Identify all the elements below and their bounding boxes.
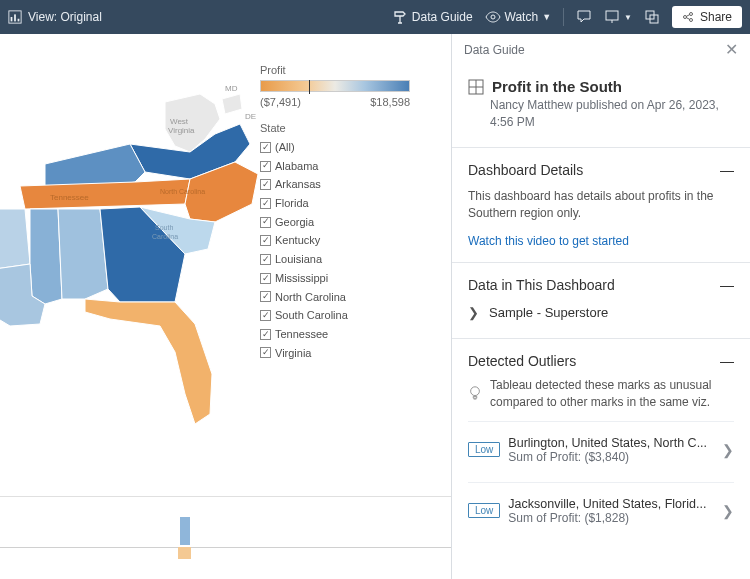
checkbox-icon: ✓ [260, 254, 271, 265]
checkbox-icon: ✓ [260, 347, 271, 358]
checkbox-icon: ✓ [260, 235, 271, 246]
outlier-sub: Sum of Profit: ($1,828) [508, 511, 714, 525]
svg-point-10 [689, 19, 692, 22]
state-filter-item[interactable]: ✓Arkansas [260, 175, 420, 194]
eye-icon [485, 9, 501, 25]
barchart-icon [8, 10, 22, 24]
top-toolbar: View: Original Data Guide Watch ▼ ▼ Shar… [0, 0, 750, 34]
svg-rect-1 [11, 17, 13, 21]
outliers-toggle[interactable]: Detected Outliers — [468, 353, 734, 369]
state-mississippi[interactable] [30, 209, 62, 304]
outliers-section: Detected Outliers — Tableau detected the… [452, 338, 750, 547]
md-label: MD [225, 84, 238, 93]
share-button[interactable]: Share [672, 6, 742, 28]
state-filter-item[interactable]: ✓Alabama [260, 157, 420, 176]
legend-title: Profit [260, 64, 420, 76]
svg-point-4 [491, 15, 495, 19]
chevron-right-icon: ❯ [722, 442, 734, 458]
sc-label: South [155, 224, 173, 231]
wv-label2: Virginia [168, 126, 195, 135]
comment-icon [576, 9, 592, 25]
data-guide-panel: Data Guide ✕ Profit in the South Nancy M… [452, 34, 750, 579]
svg-rect-2 [14, 14, 16, 21]
checkbox-icon: ✓ [260, 198, 271, 209]
video-link[interactable]: Watch this video to get started [468, 234, 734, 248]
checkbox-icon: ✓ [260, 291, 271, 302]
fullscreen-button[interactable] [638, 5, 666, 29]
present-button[interactable]: ▼ [598, 5, 638, 29]
nc-label: North Carolina [160, 188, 205, 195]
data-section-toggle[interactable]: Data in This Dashboard — [468, 277, 734, 293]
state-filter-item[interactable]: ✓Virginia [260, 344, 420, 363]
checkbox-icon: ✓ [260, 217, 271, 228]
minus-icon: — [720, 353, 734, 369]
svg-point-8 [683, 16, 686, 19]
watch-button[interactable]: Watch ▼ [479, 5, 557, 29]
legend-tick [309, 80, 310, 94]
dashboard-details-section: Dashboard Details — This dashboard has d… [452, 147, 750, 263]
chevron-right-icon: ❯ [722, 503, 734, 519]
wv-label: West [170, 117, 189, 126]
state-filter-item[interactable]: ✓North Carolina [260, 288, 420, 307]
svg-point-9 [689, 13, 692, 16]
choropleth-map[interactable]: West Virginia MD DE Tennessee North Caro… [0, 64, 260, 434]
checkbox-icon: ✓ [260, 310, 271, 321]
state-filter-item[interactable]: ✓Kentucky [260, 231, 420, 250]
checkbox-icon: ✓ [260, 161, 271, 172]
color-legend: Profit ($7,491) $18,598 State ✓(All) ✓Al… [260, 64, 420, 362]
close-icon[interactable]: ✕ [725, 40, 738, 59]
state-filter-item[interactable]: ✓South Carolina [260, 306, 420, 325]
viz-area: West Virginia MD DE Tennessee North Caro… [0, 34, 452, 579]
state-arkansas[interactable] [0, 209, 30, 269]
signpost-icon [392, 9, 408, 25]
state-kentucky[interactable] [45, 144, 145, 186]
svg-point-14 [471, 387, 480, 396]
state-filter-item[interactable]: ✓Tennessee [260, 325, 420, 344]
de-label: DE [245, 112, 256, 121]
state-filter-item[interactable]: ✓Louisiana [260, 250, 420, 269]
legend-max: $18,598 [370, 96, 410, 108]
secondary-bar-chart[interactable] [0, 496, 451, 571]
state-alabama[interactable] [58, 209, 108, 299]
outlier-item[interactable]: Low Jacksonville, United States, Florid.… [468, 482, 734, 533]
dashboard-details-body: This dashboard has details about profits… [468, 188, 734, 223]
share-label: Share [700, 10, 732, 24]
chevron-right-icon: ❯ [468, 305, 479, 320]
datasource-row[interactable]: ❯ Sample - Superstore [468, 301, 734, 324]
data-guide-label: Data Guide [412, 10, 473, 24]
state-filter-all[interactable]: ✓(All) [260, 138, 420, 157]
state-filter-item[interactable]: ✓Mississippi [260, 269, 420, 288]
bar-positive [180, 517, 190, 545]
bar-negative [178, 547, 191, 559]
state-filter-item[interactable]: ✓Georgia [260, 213, 420, 232]
state-maryland [222, 94, 242, 114]
state-filter-list: ✓(All) ✓Alabama ✓Arkansas ✓Florida ✓Geor… [260, 138, 420, 362]
view-chip[interactable]: View: Original [8, 10, 102, 24]
minus-icon: — [720, 162, 734, 178]
share-icon [682, 11, 694, 23]
checkbox-icon: ✓ [260, 329, 271, 340]
state-filter-item[interactable]: ✓Florida [260, 194, 420, 213]
caret-down-icon: ▼ [624, 13, 632, 22]
dashboard-details-toggle[interactable]: Dashboard Details — [468, 162, 734, 178]
comment-button[interactable] [570, 5, 598, 29]
divider [563, 8, 564, 26]
view-label: View: Original [28, 10, 102, 24]
data-guide-button[interactable]: Data Guide [386, 5, 479, 29]
outlier-item[interactable]: Low Burlington, United States, North C..… [468, 421, 734, 472]
low-tag: Low [468, 442, 500, 457]
outlier-title: Jacksonville, United States, Florid... [508, 497, 714, 511]
tn-label: Tennessee [50, 193, 89, 202]
legend-min: ($7,491) [260, 96, 301, 108]
outlier-sub: Sum of Profit: ($3,840) [508, 450, 714, 464]
outlier-title: Burlington, United States, North C... [508, 436, 714, 450]
panel-header-title: Data Guide [464, 43, 525, 57]
caret-down-icon: ▼ [542, 12, 551, 22]
state-florida[interactable] [85, 299, 212, 424]
outliers-intro-text: Tableau detected these marks as unusual … [490, 377, 734, 411]
datasource-name: Sample - Superstore [489, 305, 608, 320]
fullscreen-icon [644, 9, 660, 25]
axis-line [0, 547, 451, 548]
sc-label2: Carolina [152, 233, 178, 240]
svg-rect-5 [606, 11, 618, 20]
